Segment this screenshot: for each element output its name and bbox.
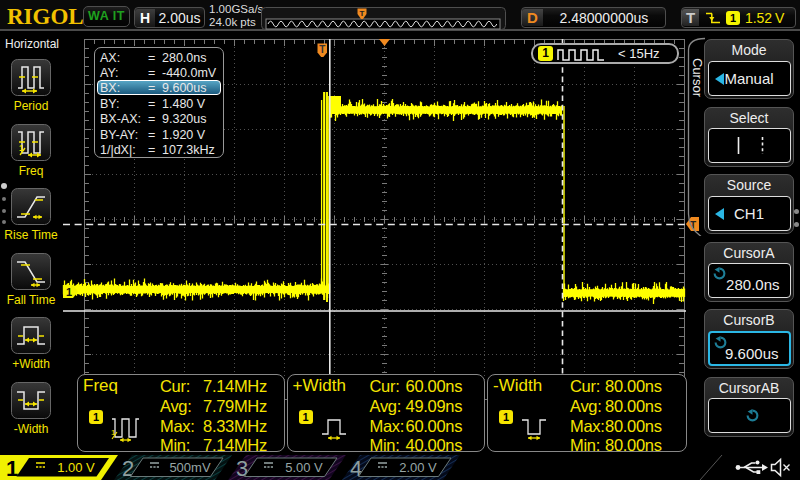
svg-text:2.00 V: 2.00 V <box>399 460 437 475</box>
svg-text:500mV: 500mV <box>169 460 211 475</box>
svg-text:1.00 V: 1.00 V <box>57 460 95 475</box>
svg-text:1: 1 <box>66 286 72 298</box>
svg-text:5.00 V: 5.00 V <box>285 460 323 475</box>
svg-text:1: 1 <box>111 428 116 437</box>
svg-text:T: T <box>319 44 325 55</box>
svg-text:1: 1 <box>6 456 18 480</box>
